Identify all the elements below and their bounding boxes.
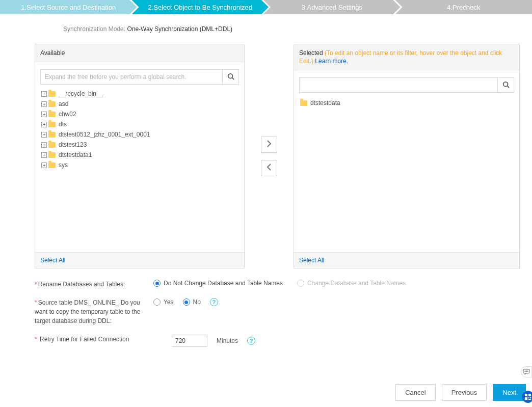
svg-point-5 <box>527 371 528 371</box>
folder-icon <box>48 91 56 97</box>
expand-icon[interactable] <box>41 122 47 127</box>
tree-item[interactable]: chw02 <box>40 109 239 119</box>
tree-item[interactable]: __recycle_bin__ <box>40 89 239 99</box>
expand-icon[interactable] <box>41 112 47 117</box>
synchronization-mode: Synchronization Mode: One-Way Synchroniz… <box>63 25 532 33</box>
svg-rect-10 <box>530 397 531 398</box>
rename-radio-change-label: Change Database and Table Names <box>307 280 406 287</box>
svg-point-1 <box>503 82 508 86</box>
expand-icon[interactable] <box>41 152 47 158</box>
search-icon <box>227 73 234 82</box>
tree-item[interactable]: asd <box>40 99 239 109</box>
rename-radio-keep[interactable]: Do Not Change Database and Table Names <box>153 280 283 287</box>
available-search-button[interactable] <box>222 70 238 84</box>
available-search-input[interactable] <box>41 70 222 84</box>
selected-search-input[interactable] <box>300 78 497 92</box>
tree-item-label: sys <box>59 161 68 169</box>
help-icon[interactable]: ? <box>210 298 218 306</box>
tree-item-label: dtstestdata <box>310 99 340 106</box>
selected-select-all[interactable]: Select All <box>299 257 324 264</box>
tree-item-label: dtstest123 <box>59 141 87 148</box>
retry-time-input[interactable] <box>172 335 207 347</box>
search-icon <box>502 81 510 90</box>
expand-icon[interactable] <box>41 91 47 97</box>
available-title: Available <box>40 49 65 57</box>
next-button[interactable]: Next <box>493 384 526 401</box>
chevron-right-icon <box>267 140 272 149</box>
cancel-button[interactable]: Cancel <box>395 384 435 401</box>
dms-online-no[interactable]: No <box>183 299 201 306</box>
expand-icon[interactable] <box>41 142 47 148</box>
transfer-buttons <box>254 44 284 268</box>
folder-icon <box>300 100 307 106</box>
retry-label: * Retry Time for Failed Connection <box>35 335 153 344</box>
selected-learn-more[interactable]: Learn more. <box>315 58 348 65</box>
rename-option-label: *Rename Databases and Tables: <box>35 280 153 289</box>
selected-tree: dtstestdata <box>294 97 519 252</box>
step-1[interactable]: 1.Select Source and Destination <box>0 0 137 14</box>
rename-radio-change[interactable]: Change Database and Table Names <box>297 280 406 287</box>
tree-item-label: dtstestdata1 <box>59 151 92 158</box>
tree-item[interactable]: dtstestdata1 <box>40 150 239 160</box>
svg-rect-7 <box>528 394 531 396</box>
expand-icon[interactable] <box>41 132 47 138</box>
tree-item[interactable]: dtstestdata <box>299 98 514 108</box>
tree-item[interactable]: dtstest123 <box>40 140 239 150</box>
selected-search-button[interactable] <box>497 78 514 92</box>
dms-online-yes-label: Yes <box>164 299 174 306</box>
tree-item-label: dtstest0512_jzhz_0001_ext_0001 <box>59 131 150 138</box>
available-select-all[interactable]: Select All <box>40 257 65 264</box>
available-tree: __recycle_bin__asdchw02dtsdtstest0512_jz… <box>35 89 244 252</box>
dms-online-label: *Source table DMS_ ONLINE_ Do you want t… <box>35 298 153 325</box>
selected-title: Selected <box>299 49 323 57</box>
tree-item-label: asd <box>59 100 68 107</box>
folder-icon <box>48 152 56 158</box>
step-3: 3.Advanced Settings <box>263 0 401 14</box>
sync-mode-value: One-Way Synchronization (DML+DDL) <box>127 25 232 33</box>
dms-online-yes[interactable]: Yes <box>153 299 174 306</box>
folder-icon <box>48 132 56 138</box>
svg-point-0 <box>228 73 232 78</box>
tree-item[interactable]: dts <box>40 119 239 129</box>
move-left-button[interactable] <box>261 160 277 176</box>
step-4: 4.Precheck <box>395 0 533 14</box>
svg-rect-6 <box>525 394 527 396</box>
svg-point-4 <box>526 371 526 371</box>
qr-icon[interactable] <box>522 391 532 403</box>
step-2[interactable]: 2.Select Object to Be Synchronized <box>132 0 269 14</box>
chevron-left-icon <box>267 164 272 172</box>
folder-icon <box>48 101 56 107</box>
rename-radio-keep-label: Do Not Change Database and Table Names <box>164 280 283 287</box>
selected-panel: Selected (To edit an object name or its … <box>294 44 520 268</box>
svg-rect-9 <box>528 397 529 398</box>
folder-icon <box>48 162 56 168</box>
folder-icon <box>48 142 56 148</box>
svg-rect-8 <box>525 397 527 400</box>
move-right-button[interactable] <box>261 137 277 153</box>
help-icon[interactable]: ? <box>247 337 255 345</box>
folder-icon <box>48 112 56 117</box>
folder-icon <box>48 122 56 127</box>
previous-button[interactable]: Previous <box>442 384 487 401</box>
expand-icon[interactable] <box>41 101 47 107</box>
wizard-stepper: 1.Select Source and Destination 2.Select… <box>0 0 532 14</box>
dms-online-no-label: No <box>193 299 201 306</box>
svg-rect-11 <box>528 399 531 400</box>
sync-mode-label: Synchronization Mode: <box>63 25 125 33</box>
tree-item-label: dts <box>59 121 67 128</box>
svg-point-3 <box>525 371 525 371</box>
tree-item[interactable]: sys <box>40 160 239 170</box>
available-panel: Available __recycle_bin__asdchw02dtsdtst… <box>35 44 245 268</box>
tree-item-label: __recycle_bin__ <box>59 90 103 97</box>
expand-icon[interactable] <box>41 162 47 168</box>
chat-icon[interactable] <box>521 366 532 377</box>
tree-item[interactable]: dtstest0512_jzhz_0001_ext_0001 <box>40 129 239 140</box>
retry-unit: Minutes <box>217 337 238 344</box>
tree-item-label: chw02 <box>59 111 76 118</box>
